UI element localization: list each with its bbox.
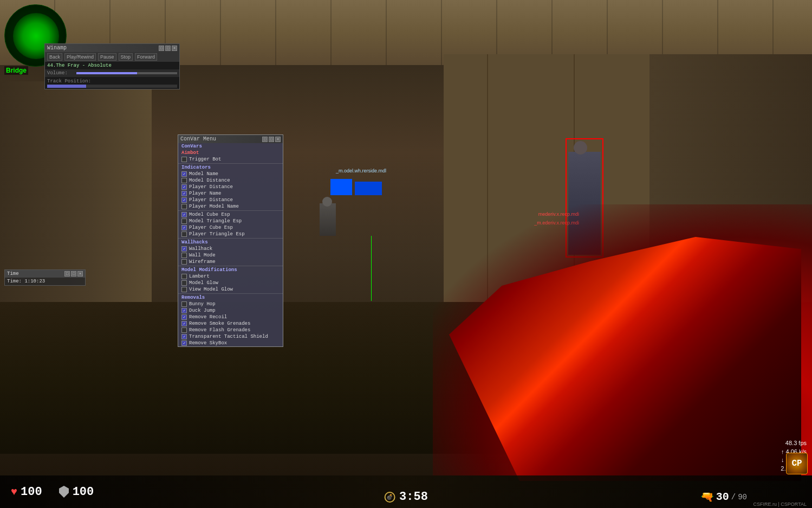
hud-health: ♥ 100 — [11, 485, 42, 499]
winamp-title: Winamp — [47, 45, 67, 51]
convar-playermodelname-label: Player Model Name — [189, 204, 239, 209]
convar-modeldist-item[interactable]: Model Distance — [178, 177, 283, 184]
convar-modelcube-checkbox[interactable] — [181, 212, 187, 217]
convar-bunnyhop-checkbox[interactable] — [181, 301, 187, 307]
convar-bunnyhop-label: Bunny Hop — [189, 301, 216, 307]
time-window-title: Time — [7, 271, 19, 276]
winamp-position-bar[interactable] — [47, 85, 177, 88]
convar-playerdist-checkbox[interactable] — [181, 184, 187, 190]
winamp-maximize-btn[interactable]: □ — [165, 46, 171, 51]
convar-transparentshield-checkbox[interactable] — [181, 334, 187, 339]
convar-wallmode-item[interactable]: Wall Mode — [178, 252, 283, 259]
convar-playerdist-label: Player Distance — [189, 184, 233, 190]
convar-playercube-item[interactable]: Player Cube Esp — [178, 224, 283, 231]
convar-modelglow-checkbox[interactable] — [181, 280, 187, 286]
winamp-pause-btn[interactable]: Pause — [98, 53, 116, 61]
convar-removeflash-checkbox[interactable] — [181, 327, 187, 333]
convar-viewmodelglow-label: View Model Glow — [189, 287, 233, 292]
convar-removerecoil-item[interactable]: Remove Recoil — [178, 314, 283, 320]
convar-triggerbot-checkbox[interactable] — [181, 157, 187, 162]
convar-playername-checkbox[interactable] — [181, 191, 187, 196]
hud-health-value: 100 — [21, 485, 42, 499]
convar-triggerbot-label: Trigger Bot — [189, 157, 221, 162]
convar-playertriangle-label: Player Triangle Esp — [189, 232, 245, 237]
convar-lambert-item[interactable]: Lambert — [178, 273, 283, 280]
winamp-window[interactable]: Winamp □ □ × Back Play/Rewind Pause Stop… — [44, 43, 180, 89]
winamp-back-btn[interactable]: Back — [47, 53, 62, 61]
stats-fps: 48.3 fps — [781, 439, 807, 447]
convar-modelname-item[interactable]: Model Name — [178, 171, 283, 177]
convar-wallmode-checkbox[interactable] — [181, 253, 187, 258]
gun-shape — [449, 237, 801, 481]
convar-removesmoke-checkbox[interactable] — [181, 321, 187, 326]
convar-removeflash-label: Remove Flash Grenades — [189, 327, 250, 333]
winamp-volume-row: Volume: — [45, 69, 179, 77]
convar-modelglow-item[interactable]: Model Glow — [178, 280, 283, 286]
convar-modelname-checkbox[interactable] — [181, 171, 187, 177]
convar-removerecoil-checkbox[interactable] — [181, 314, 187, 320]
convar-wallhack-checkbox[interactable] — [181, 246, 187, 252]
convar-wireframe-item[interactable]: Wireframe — [178, 259, 283, 265]
convar-modeltriangle-item[interactable]: Model Triangle Esp — [178, 218, 283, 224]
convar-playerdist2-checkbox[interactable] — [181, 197, 187, 203]
convar-titlebar[interactable]: ConVar Menu □ □ × — [178, 135, 283, 143]
convar-playername-label: Player Name — [189, 191, 221, 196]
convar-removesmoke-item[interactable]: Remove Smoke Grenades — [178, 320, 283, 327]
convar-duckjump-checkbox[interactable] — [181, 308, 187, 313]
convar-viewmodelglow-item[interactable]: View Model Glow — [178, 286, 283, 293]
time-window[interactable]: Time □ □ × Time: 1:10:23 — [4, 269, 86, 286]
map-name-label: Bridge — [4, 66, 28, 75]
convar-playercube-label: Player Cube Esp — [189, 225, 233, 230]
convar-modeldist-checkbox[interactable] — [181, 178, 187, 183]
convar-playername-item[interactable]: Player Name — [178, 190, 283, 197]
time-content: Time: 1:10:23 — [5, 278, 85, 285]
hud-ammo-reserve: 90 — [738, 493, 747, 501]
convar-removeskybox-checkbox[interactable] — [181, 340, 187, 346]
convar-playerdist2-item[interactable]: Player Distance — [178, 197, 283, 203]
convar-convars-section: ConVars — [178, 143, 283, 150]
winamp-volume-label: Volume: — [47, 70, 74, 76]
convar-indicators-section: Indicators — [178, 164, 283, 171]
winamp-playrewind-btn[interactable]: Play/Rewind — [64, 53, 96, 61]
convar-menu[interactable]: ConVar Menu □ □ × ConVars Aimbot Trigger… — [178, 134, 283, 347]
convar-bunnyhop-item[interactable]: Bunny Hop — [178, 301, 283, 307]
hud-ammo-current: 30 — [716, 491, 729, 503]
convar-removeskybox-item[interactable]: Remove SkyBox — [178, 340, 283, 346]
convar-minimize-btn[interactable]: □ — [262, 137, 268, 142]
convar-wallhack-item[interactable]: Wallhack — [178, 246, 283, 252]
enemy-head — [574, 141, 587, 155]
convar-transparentshield-item[interactable]: Transparent Tactical Shield — [178, 333, 283, 340]
time-minimize-btn[interactable]: □ — [64, 271, 70, 276]
winamp-forward-btn[interactable]: Forward — [135, 53, 157, 61]
time-value: 1:10:23 — [24, 279, 45, 284]
time-maximize-btn[interactable]: □ — [71, 271, 76, 276]
convar-wireframe-checkbox[interactable] — [181, 259, 187, 265]
convar-duckjump-label: Duck Jump — [189, 308, 216, 313]
time-titlebar[interactable]: Time □ □ × — [5, 270, 85, 278]
time-close-btn[interactable]: × — [77, 271, 83, 276]
convar-playermodelname-item[interactable]: Player Model Name — [178, 203, 283, 210]
convar-playercube-checkbox[interactable] — [181, 225, 187, 230]
convar-triggerbot-item[interactable]: Trigger Bot — [178, 156, 283, 163]
convar-removeflash-item[interactable]: Remove Flash Grenades — [178, 327, 283, 333]
winamp-stop-btn[interactable]: Stop — [119, 53, 133, 61]
convar-playertriangle-checkbox[interactable] — [181, 232, 187, 237]
hud-ammo: 🔫 30 / 90 — [700, 490, 747, 504]
targeting-line — [371, 236, 372, 301]
convar-playertriangle-item[interactable]: Player Triangle Esp — [178, 231, 283, 237]
convar-viewmodelglow-checkbox[interactable] — [181, 287, 187, 292]
convar-modelcube-item[interactable]: Model Cube Esp — [178, 211, 283, 218]
convar-lambert-checkbox[interactable] — [181, 274, 187, 279]
convar-modelcube-label: Model Cube Esp — [189, 212, 230, 217]
convar-close-btn[interactable]: × — [275, 137, 281, 142]
winamp-titlebar[interactable]: Winamp □ □ × — [45, 44, 179, 52]
convar-maximize-btn[interactable]: □ — [269, 137, 274, 142]
winamp-close-btn[interactable]: × — [172, 46, 177, 51]
convar-modelglow-label: Model Glow — [189, 280, 218, 286]
convar-playerdist-item[interactable]: Player Distance — [178, 184, 283, 190]
convar-modeltriangle-checkbox[interactable] — [181, 218, 187, 224]
convar-playermodelname-checkbox[interactable] — [181, 204, 187, 209]
winamp-minimize-btn[interactable]: □ — [159, 46, 164, 51]
convar-duckjump-item[interactable]: Duck Jump — [178, 307, 283, 314]
winamp-volume-slider[interactable] — [76, 72, 177, 74]
